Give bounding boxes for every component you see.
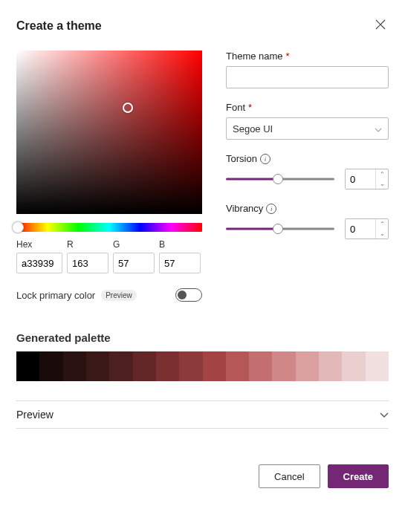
hue-slider[interactable]	[16, 223, 202, 232]
r-label: R	[67, 239, 108, 250]
cancel-button[interactable]: Cancel	[259, 464, 320, 488]
r-input[interactable]	[67, 253, 108, 273]
close-button[interactable]	[372, 16, 389, 36]
hex-label: Hex	[16, 239, 62, 250]
palette-swatch[interactable]	[272, 351, 295, 381]
vibrancy-input[interactable]	[346, 219, 375, 239]
vibrancy-step-down[interactable]: ⌄	[376, 229, 388, 239]
hex-input[interactable]	[16, 253, 62, 273]
torsion-label: Torsion	[226, 153, 257, 164]
preview-badge: Preview	[101, 290, 137, 301]
palette-swatch[interactable]	[16, 351, 39, 381]
vibrancy-slider[interactable]	[226, 223, 334, 235]
g-label: G	[113, 239, 155, 250]
palette-swatch[interactable]	[319, 351, 342, 381]
vibrancy-step-up[interactable]: ⌃	[376, 219, 388, 229]
b-label: B	[159, 239, 201, 250]
palette-swatch[interactable]	[86, 351, 109, 381]
palette-swatch[interactable]	[203, 351, 226, 381]
create-button[interactable]: Create	[328, 464, 389, 488]
torsion-input[interactable]	[346, 169, 375, 189]
palette-swatch[interactable]	[226, 351, 249, 381]
chevron-down-icon	[380, 409, 389, 421]
font-select[interactable]: Segoe UI	[226, 117, 389, 140]
torsion-step-up[interactable]: ⌃	[376, 169, 388, 179]
palette-swatch[interactable]	[63, 351, 86, 381]
vibrancy-slider-thumb[interactable]	[273, 224, 283, 234]
create-theme-dialog: Create a theme Hex R	[0, 0, 405, 505]
saturation-value-picker[interactable]	[16, 51, 202, 214]
lock-primary-toggle[interactable]	[175, 288, 202, 302]
palette-swatch[interactable]	[296, 351, 319, 381]
theme-name-input[interactable]	[226, 66, 389, 88]
g-input[interactable]	[113, 253, 155, 273]
palette-swatch[interactable]	[179, 351, 202, 381]
info-icon[interactable]: i	[260, 154, 270, 164]
required-indicator: *	[286, 51, 290, 62]
torsion-spinbutton[interactable]: ⌃ ⌄	[345, 169, 389, 189]
saturation-value-handle[interactable]	[123, 103, 133, 113]
preview-section-toggle[interactable]: Preview	[16, 400, 389, 429]
b-input[interactable]	[159, 253, 201, 273]
theme-name-label: Theme name	[226, 51, 283, 62]
chevron-down-icon	[375, 123, 382, 134]
font-label: Font	[226, 102, 245, 113]
generated-palette-title: Generated palette	[16, 331, 389, 344]
palette-swatch[interactable]	[156, 351, 179, 381]
toggle-knob	[178, 291, 187, 299]
palette-swatch[interactable]	[109, 351, 132, 381]
close-icon	[375, 19, 386, 30]
hue-handle[interactable]	[12, 221, 24, 233]
font-selected-value: Segoe UI	[233, 123, 273, 134]
preview-section-title: Preview	[16, 409, 54, 421]
dialog-header: Create a theme	[16, 16, 389, 36]
required-indicator: *	[248, 102, 252, 113]
vibrancy-spinbutton[interactable]: ⌃ ⌄	[345, 218, 389, 239]
palette-swatch[interactable]	[133, 351, 156, 381]
palette-swatch[interactable]	[366, 351, 389, 381]
palette-swatch[interactable]	[39, 351, 62, 381]
palette-swatch[interactable]	[342, 351, 365, 381]
torsion-step-down[interactable]: ⌄	[376, 179, 388, 189]
torsion-slider[interactable]	[226, 173, 334, 185]
lock-primary-label: Lock primary color	[16, 290, 95, 301]
torsion-slider-thumb[interactable]	[273, 174, 283, 184]
info-icon[interactable]: i	[266, 204, 276, 214]
dialog-title: Create a theme	[16, 19, 102, 33]
vibrancy-label: Vibrancy	[226, 203, 263, 214]
palette-strip	[16, 351, 389, 381]
palette-swatch[interactable]	[249, 351, 272, 381]
